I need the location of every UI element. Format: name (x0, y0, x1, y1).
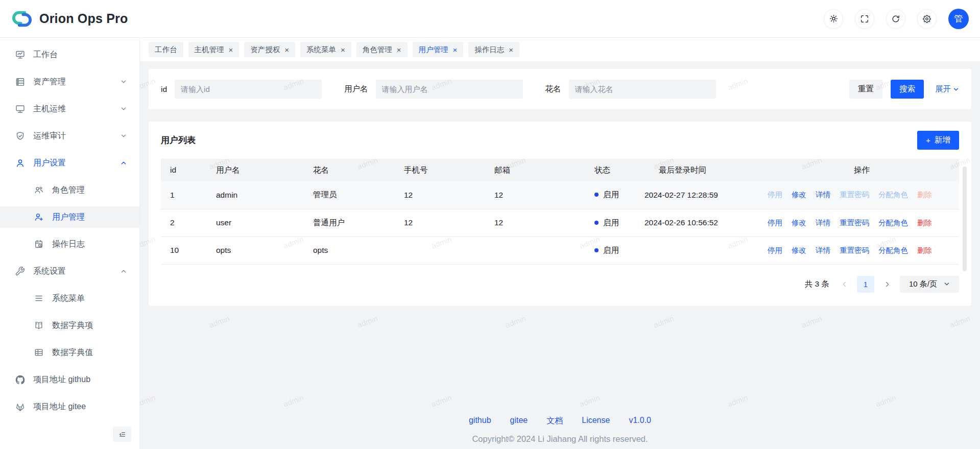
avatar[interactable]: 管 (948, 9, 969, 29)
cell-last-login: 2024-02-26 10:56:52 (640, 209, 760, 237)
table-row: 10 opts opts 启用 停用 修改 详情 重置密码 分配角色 (161, 237, 959, 264)
tab-label: 主机管理 (195, 45, 224, 55)
detail-link[interactable]: 详情 (816, 246, 830, 255)
table-row: 1 admin 管理员 12 12 启用 2024-02-27 12:28:59… (161, 181, 959, 209)
tab-role-mgmt[interactable]: 角色管理 × (356, 42, 408, 57)
sidebar-item-assets[interactable]: 资产管理 (0, 71, 139, 92)
tab-close-icon[interactable]: × (284, 46, 289, 54)
sidebar-item-host-ops[interactable]: 主机运维 (0, 98, 139, 120)
footer-link-license[interactable]: License (582, 416, 610, 427)
table-scrollbar[interactable] (963, 167, 967, 271)
app-logo: Orion Ops Pro (11, 9, 128, 29)
sidebar-item-dict-value[interactable]: 数据字典值 (0, 342, 139, 363)
plus-icon: + (926, 136, 930, 145)
cell-email: 12 (490, 181, 590, 209)
search-button[interactable]: 搜索 (891, 80, 924, 99)
edit-link[interactable]: 修改 (792, 218, 806, 228)
sidebar-item-workbench[interactable]: 工作台 (0, 44, 139, 65)
tab-system-menu[interactable]: 系统菜单 × (300, 42, 351, 57)
detail-link[interactable]: 详情 (816, 190, 830, 200)
cell-status: 启用 (590, 209, 640, 237)
col-header: 最后登录时间 (640, 159, 760, 181)
refresh-icon[interactable] (886, 9, 905, 29)
edit-link[interactable]: 修改 (792, 190, 806, 200)
detail-link[interactable]: 详情 (816, 218, 830, 228)
sidebar-item-audit[interactable]: 运维审计 (0, 125, 139, 147)
sidebar-item-system-settings[interactable]: 系统设置 (0, 261, 139, 282)
tab-label: 工作台 (155, 45, 177, 55)
watermark-text: admin (140, 393, 157, 409)
tab-close-icon[interactable]: × (397, 46, 401, 54)
expand-toggle[interactable]: 展开 (935, 84, 959, 94)
assign-role-link[interactable]: 分配角色 (878, 218, 908, 228)
footer-link-version[interactable]: v1.0.0 (629, 416, 651, 427)
watermark-text: admin (504, 314, 527, 329)
tab-label: 系统菜单 (306, 45, 336, 55)
disable-link[interactable]: 停用 (768, 246, 782, 255)
tab-user-mgmt[interactable]: 用户管理 × (413, 42, 464, 57)
tab-op-logs[interactable]: 操作日志 × (468, 42, 519, 57)
main-content: adminadminadminadminadminadminadminadmin… (140, 62, 980, 449)
tab-asset-auth[interactable]: 资产授权 × (244, 42, 295, 57)
assign-role-link[interactable]: 分配角色 (878, 246, 908, 255)
pagination-total: 共 3 条 (805, 279, 829, 290)
footer-link-docs[interactable]: 文档 (546, 416, 563, 427)
tab-close-icon[interactable]: × (453, 46, 458, 54)
sidebar-item-github[interactable]: 项目地址 github (0, 369, 139, 390)
disable-link[interactable]: 停用 (768, 218, 782, 228)
add-user-button[interactable]: + 新增 (917, 131, 959, 150)
tab-close-icon[interactable]: × (341, 46, 345, 54)
user-icon (14, 157, 26, 169)
sidebar-item-user-mgmt[interactable]: 用户管理 (0, 206, 139, 228)
fullscreen-icon[interactable] (855, 9, 874, 29)
edit-link[interactable]: 修改 (792, 246, 806, 255)
sidebar-item-label: 工作台 (33, 50, 58, 60)
cell-username: admin (212, 181, 309, 209)
sidebar-item-user-settings[interactable]: 用户设置 (0, 152, 139, 174)
status-label: 启用 (603, 218, 619, 227)
user-list-panel: 用户列表 + 新增 id 用户名 花名 手机号 邮箱 状态 最后登录时间 (149, 122, 971, 306)
tab-workbench[interactable]: 工作台 (149, 42, 183, 57)
reset-button[interactable]: 重置 (849, 80, 882, 99)
sidebar-item-label: 数据字典项 (52, 320, 93, 331)
cell-status: 启用 (590, 181, 640, 209)
brand-logo-icon (11, 9, 33, 29)
col-header: 用户名 (212, 159, 309, 181)
delete-link[interactable]: 删除 (917, 246, 932, 255)
page-number[interactable]: 1 (857, 276, 874, 293)
asset-icon (14, 76, 26, 87)
next-page-icon[interactable] (880, 276, 894, 292)
cell-id: 1 (161, 181, 212, 209)
chevron-up-icon (121, 268, 127, 274)
footer-link-gitee[interactable]: gitee (510, 416, 528, 427)
sidebar-item-gitee[interactable]: 项目地址 gitee (0, 396, 139, 417)
audit-shield-icon (14, 130, 26, 141)
search-input-nickname[interactable] (569, 80, 716, 99)
settings-icon[interactable] (917, 9, 937, 29)
status-dot (594, 193, 599, 197)
page-size-value: 10 条/页 (909, 279, 937, 289)
theme-icon[interactable] (824, 9, 843, 29)
sidebar-item-op-logs[interactable]: 操作日志 (0, 233, 139, 255)
tab-close-icon[interactable]: × (229, 46, 233, 54)
reset-password-link[interactable]: 重置密码 (840, 246, 869, 255)
sidebar: 工作台 资产管理 主机运维 运维审计 (0, 38, 140, 449)
search-input-id[interactable] (175, 80, 322, 99)
sidebar-item-dict-item[interactable]: 数据字典项 (0, 315, 139, 336)
footer-link-github[interactable]: github (469, 416, 491, 427)
sidebar-item-role-mgmt[interactable]: 角色管理 (0, 179, 139, 201)
chevron-down-icon (121, 79, 127, 85)
page-size-select[interactable]: 10 条/页 (900, 276, 959, 293)
col-header: 状态 (590, 159, 640, 181)
search-input-username[interactable] (376, 80, 523, 99)
sidebar-collapse-icon[interactable] (113, 427, 131, 442)
sidebar-item-label: 数据字典值 (52, 347, 93, 358)
tab-host-mgmt[interactable]: 主机管理 × (188, 42, 240, 57)
reset-password-link[interactable]: 重置密码 (840, 218, 869, 228)
prev-page-icon[interactable] (838, 276, 851, 292)
tab-close-icon[interactable]: × (509, 46, 513, 54)
app-title: Orion Ops Pro (39, 11, 128, 26)
delete-link[interactable]: 删除 (917, 218, 932, 228)
workbench-icon (14, 49, 26, 60)
sidebar-item-system-menu[interactable]: 系统菜单 (0, 288, 139, 309)
